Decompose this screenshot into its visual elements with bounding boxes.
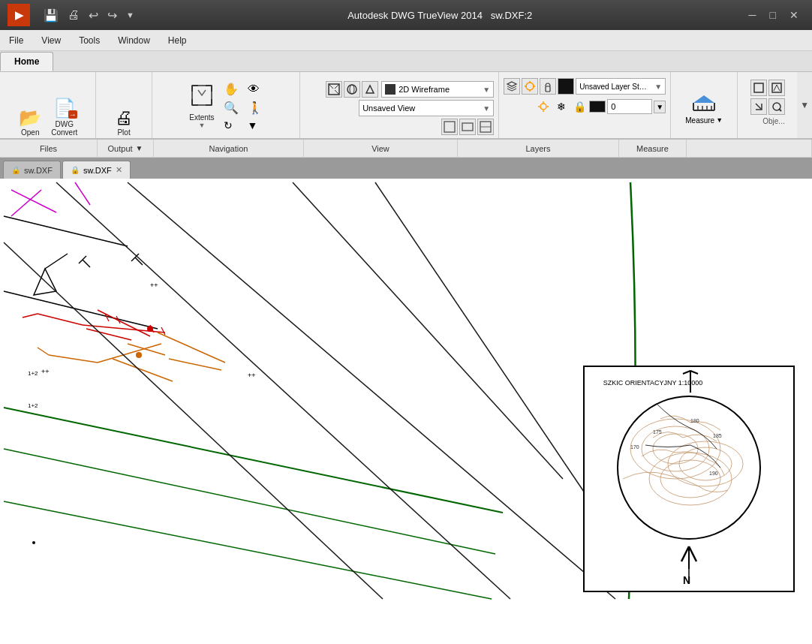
plot-button[interactable]: 🖨 Plot bbox=[109, 107, 139, 138]
svg-text:++: ++ bbox=[150, 281, 158, 289]
view-icon-2[interactable] bbox=[344, 81, 360, 98]
svg-point-11 bbox=[350, 85, 354, 94]
menu-view[interactable]: View bbox=[32, 32, 70, 49]
view-bottom-icon-1[interactable] bbox=[441, 119, 458, 135]
layer-icon-1[interactable] bbox=[504, 78, 520, 95]
layer-color-swatch[interactable] bbox=[558, 78, 574, 95]
svg-text:++: ++ bbox=[41, 368, 50, 375]
view-icon-1[interactable] bbox=[326, 81, 342, 98]
title-bar: ▶ 💾 🖨 ↩ ↪ ▼ Autodesk DWG TrueView 2014 s… bbox=[0, 0, 812, 30]
walk-button[interactable]: 🚶 bbox=[245, 99, 266, 116]
zoom-button[interactable]: 🔍 bbox=[221, 99, 242, 116]
view-controls: 2D Wireframe ▼ Unsaved View ▼ bbox=[305, 75, 494, 138]
minimize-button[interactable]: ─ bbox=[743, 8, 762, 23]
layer-number-input[interactable] bbox=[607, 99, 652, 114]
layer-color-block[interactable] bbox=[589, 101, 606, 113]
app-title: Autodesk DWG TrueView 2014 sw.DXF:2 bbox=[347, 10, 532, 21]
app-logo[interactable]: ▶ bbox=[8, 4, 30, 26]
svg-rect-34 bbox=[754, 83, 763, 92]
dropdown-arrow-icon[interactable]: ▼ bbox=[123, 9, 137, 21]
look-button[interactable]: 👁 bbox=[245, 81, 266, 98]
close-button[interactable]: ✕ bbox=[783, 8, 804, 23]
svg-rect-12 bbox=[444, 122, 455, 132]
redo-icon[interactable]: ↪ bbox=[104, 7, 120, 24]
open-icon: 📂 bbox=[19, 109, 41, 127]
extents-label: Extents bbox=[189, 113, 214, 122]
measure-button[interactable]: Measure ▼ bbox=[679, 86, 729, 128]
navigation-buttons: Extents ▼ ✋ 🔍 ↻ bbox=[186, 75, 265, 138]
label-navigation: Navigation bbox=[154, 140, 304, 157]
layer-lock-icon[interactable]: 🔒 bbox=[571, 98, 588, 115]
object-icon-4[interactable] bbox=[768, 98, 785, 115]
ribbon-expand-arrow[interactable]: ▼ bbox=[797, 72, 812, 138]
wireframe-dropdown[interactable]: 2D Wireframe ▼ bbox=[381, 81, 494, 98]
quick-access-toolbar: 💾 🖨 ↩ ↪ ▼ bbox=[41, 7, 137, 24]
orbit-icon: ↻ bbox=[224, 119, 233, 131]
ribbon-group-measure: Measure ▼ bbox=[671, 72, 738, 138]
svg-point-22 bbox=[540, 104, 546, 110]
maximize-button[interactable]: □ bbox=[764, 8, 782, 23]
svg-rect-21 bbox=[546, 86, 550, 92]
save-icon[interactable]: 💾 bbox=[41, 7, 62, 24]
drawing-canvas-area[interactable]: ++ ++ ++ 1+2 1+2 SZKIC ORIENTACYJNY 1:10… bbox=[0, 179, 812, 644]
layer-input-dropdown[interactable]: ▼ bbox=[654, 101, 666, 113]
look-icon: 👁 bbox=[248, 83, 260, 96]
layer-freeze-icon[interactable]: ❄ bbox=[553, 98, 570, 115]
doc-tab-close-button[interactable]: ✕ bbox=[116, 165, 122, 175]
ribbon-group-files: 📂 Open 📄 → DWGConvert bbox=[0, 72, 96, 138]
layer-state-dropdown[interactable]: Unsaved Layer State ▼ bbox=[576, 78, 666, 95]
object-icon-3[interactable] bbox=[750, 98, 767, 115]
menu-tools[interactable]: Tools bbox=[70, 32, 109, 49]
layer-icon-2[interactable] bbox=[522, 78, 538, 95]
view-icon-3[interactable] bbox=[362, 81, 378, 98]
menu-window[interactable]: Window bbox=[109, 32, 159, 49]
label-output: Output ▼ bbox=[98, 140, 154, 157]
convert-badge: → bbox=[68, 110, 77, 119]
measure-content: Measure ▼ bbox=[679, 75, 729, 138]
view-dropdown[interactable]: Unsaved View ▼ bbox=[359, 100, 494, 116]
svg-text:180: 180 bbox=[690, 418, 699, 423]
label-view: View bbox=[304, 140, 458, 157]
svg-text:170: 170 bbox=[630, 444, 639, 450]
pan-icon: ✋ bbox=[224, 82, 239, 96]
layers-content: Unsaved Layer State ▼ ❄ 🔒 ▼ bbox=[504, 75, 666, 138]
tab-home[interactable]: Home bbox=[0, 52, 53, 71]
cad-drawing[interactable]: ++ ++ ++ 1+2 1+2 SZKIC ORIENTACYJNY 1:10… bbox=[0, 179, 812, 644]
svg-line-37 bbox=[779, 109, 781, 111]
walk-icon: 🚶 bbox=[248, 101, 263, 115]
print-icon[interactable]: 🖨 bbox=[65, 7, 83, 23]
object-label: Obje... bbox=[762, 117, 784, 125]
measure-label: Measure bbox=[685, 116, 714, 125]
view-bottom-icon-3[interactable] bbox=[477, 119, 494, 135]
svg-point-63 bbox=[136, 352, 142, 358]
object-icon-1[interactable] bbox=[750, 80, 767, 96]
svg-text:++: ++ bbox=[248, 372, 256, 379]
plot-label: Plot bbox=[117, 128, 130, 137]
menu-file[interactable]: File bbox=[0, 32, 32, 49]
ribbon-group-object: Obje... bbox=[738, 72, 797, 138]
undo-icon[interactable]: ↩ bbox=[86, 7, 101, 24]
measure-dropdown-arrow[interactable]: ▼ bbox=[716, 116, 723, 124]
svg-text:175: 175 bbox=[653, 429, 662, 435]
svg-point-55 bbox=[147, 326, 153, 332]
window-controls: ─ □ ✕ bbox=[743, 8, 804, 23]
doc-tab-1[interactable]: 🔒 sw.DXF bbox=[3, 161, 61, 179]
orbit-button[interactable]: ↻ bbox=[221, 118, 242, 133]
doc-tab-2[interactable]: 🔒 sw.DXF ✕ bbox=[62, 161, 131, 179]
extents-button[interactable]: Extents ▼ bbox=[186, 83, 217, 131]
menu-help[interactable]: Help bbox=[159, 32, 196, 49]
layer-icon-3[interactable] bbox=[540, 78, 556, 95]
object-icon-2[interactable] bbox=[768, 80, 785, 96]
pan-button[interactable]: ✋ bbox=[221, 80, 242, 98]
doc-lock-icon-1: 🔒 bbox=[11, 166, 20, 174]
layer-visibility-icon[interactable] bbox=[535, 98, 552, 115]
nav-more-button[interactable]: ▼ bbox=[245, 118, 266, 133]
output-expand-icon[interactable]: ▼ bbox=[136, 144, 143, 152]
nav-more-icon: ▼ bbox=[248, 119, 258, 131]
dwg-convert-button[interactable]: 📄 → DWGConvert bbox=[48, 96, 80, 138]
view-bottom-icon-2[interactable] bbox=[459, 119, 476, 135]
svg-text:1+2: 1+2 bbox=[28, 402, 38, 409]
label-layers: Layers bbox=[458, 140, 619, 157]
open-button[interactable]: 📂 Open bbox=[15, 107, 45, 138]
files-buttons: 📂 Open 📄 → DWGConvert bbox=[15, 75, 80, 138]
